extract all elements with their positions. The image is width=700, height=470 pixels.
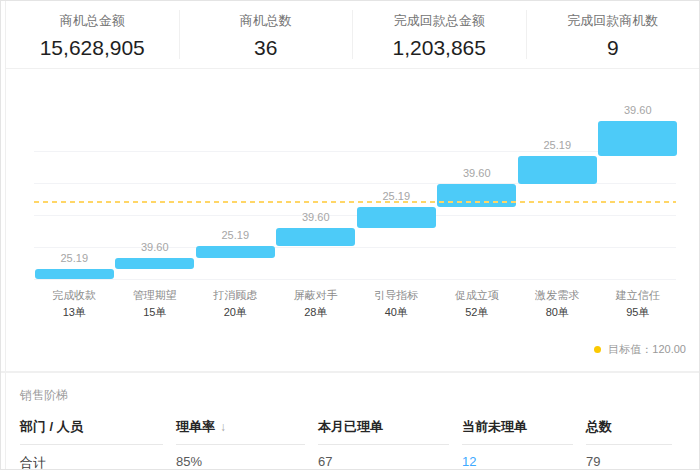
x-axis-order-count: 52单 xyxy=(437,305,518,319)
bar-value-label: 25.19 xyxy=(517,138,598,152)
stat-card-payment-amount: 完成回款总金额 1,203,865 xyxy=(353,1,526,68)
stat-value: 1,203,865 xyxy=(393,36,486,60)
x-axis-stage-label: 完成收款 xyxy=(34,288,115,302)
chart-legend[interactable]: 目标值：120.00 xyxy=(594,342,686,356)
stage-bar-1[interactable] xyxy=(35,269,114,279)
stat-label: 商机总数 xyxy=(240,13,292,29)
section-title: 销售阶梯 xyxy=(20,388,685,403)
col-header-month-done[interactable]: 本月已理单 xyxy=(318,415,449,445)
bar-value-label: 25.19 xyxy=(195,228,276,242)
stat-label: 完成回款总金额 xyxy=(394,13,485,29)
stage-bar-3[interactable] xyxy=(196,246,275,258)
sales-stage-chart: 目标值：120.00 25.19完成收款13单39.60管理期望15单25.19… xyxy=(1,69,699,372)
target-value-line xyxy=(34,201,676,203)
x-axis-stage-label: 促成立项 xyxy=(437,288,518,302)
bar-value-label: 39.60 xyxy=(598,103,679,117)
x-axis-order-count: 15单 xyxy=(115,305,196,319)
x-axis-stage-label: 屏蔽对手 xyxy=(276,288,357,302)
sales-ladder-section: 销售阶梯 部门 / 人员 理单率↓ 本月已理单 当前未理单 总数 合计 85% … xyxy=(1,372,699,469)
stage-bar-5[interactable] xyxy=(357,207,436,228)
x-axis-order-count: 95单 xyxy=(598,305,679,319)
stat-value: 15,628,905 xyxy=(40,36,145,60)
stat-card-opportunity-count: 商机总数 36 xyxy=(180,1,353,68)
col-header-rate[interactable]: 理单率↓ xyxy=(176,415,305,445)
table-row-total: 合计 85% 67 12 79 xyxy=(20,445,685,470)
bar-value-label: 39.60 xyxy=(437,166,518,180)
stat-value: 36 xyxy=(254,36,277,60)
col-header-total[interactable]: 总数 xyxy=(586,415,672,445)
x-axis-stage-label: 管理期望 xyxy=(115,288,196,302)
stage-bar-7[interactable] xyxy=(518,156,597,184)
stat-value: 9 xyxy=(607,36,619,60)
bar-value-label: 25.19 xyxy=(34,251,115,265)
x-axis-order-count: 20单 xyxy=(195,305,276,319)
sales-ladder-table: 部门 / 人员 理单率↓ 本月已理单 当前未理单 总数 合计 85% 67 12… xyxy=(20,415,685,470)
stat-label: 商机总金额 xyxy=(60,13,125,29)
col-header-department: 部门 / 人员 xyxy=(20,415,163,445)
gridline xyxy=(34,279,676,280)
cell-pending-link[interactable]: 12 xyxy=(462,454,476,469)
x-axis-order-count: 80单 xyxy=(517,305,598,319)
bar-value-label: 39.60 xyxy=(115,240,196,254)
cell-month-done: 67 xyxy=(318,445,449,470)
cell-rate: 85% xyxy=(176,445,305,470)
x-axis-order-count: 40单 xyxy=(356,305,437,319)
target-legend-dot-icon xyxy=(594,346,601,353)
stage-bar-4[interactable] xyxy=(276,228,355,246)
col-header-pending[interactable]: 当前未理单 xyxy=(462,415,573,445)
table-header-row: 部门 / 人员 理单率↓ 本月已理单 当前未理单 总数 xyxy=(20,415,685,445)
stage-bar-8[interactable] xyxy=(598,121,677,156)
cell-department: 合计 xyxy=(20,445,163,470)
stage-bar-6[interactable] xyxy=(437,184,516,207)
stat-card-opportunity-amount: 商机总金额 15,628,905 xyxy=(6,1,179,68)
stat-card-payment-count: 完成回款商机数 9 xyxy=(527,1,700,68)
x-axis-stage-label: 引导指标 xyxy=(356,288,437,302)
target-legend-label: 目标值：120.00 xyxy=(608,342,686,356)
x-axis-order-count: 28单 xyxy=(276,305,357,319)
stat-label: 完成回款商机数 xyxy=(567,13,658,29)
x-axis-stage-label: 打消顾虑 xyxy=(195,288,276,302)
sales-dashboard: 商机总金额 15,628,905 商机总数 36 完成回款总金额 1,203,8… xyxy=(0,0,700,470)
sort-desc-icon[interactable]: ↓ xyxy=(220,420,226,434)
x-axis-stage-label: 建立信任 xyxy=(598,288,679,302)
x-axis-stage-label: 激发需求 xyxy=(517,288,598,302)
bar-value-label: 39.60 xyxy=(276,210,357,224)
cell-total: 79 xyxy=(586,445,672,470)
stage-bar-2[interactable] xyxy=(115,258,194,269)
x-axis-order-count: 13单 xyxy=(34,305,115,319)
stats-row: 商机总金额 15,628,905 商机总数 36 完成回款总金额 1,203,8… xyxy=(6,1,699,69)
